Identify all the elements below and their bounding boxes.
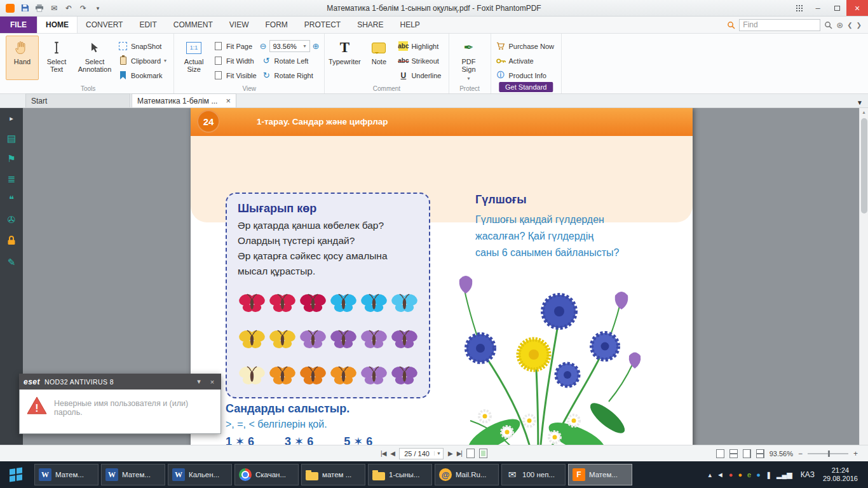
page-number-input[interactable] bbox=[400, 450, 434, 458]
document-tab[interactable]: Start bbox=[25, 93, 130, 107]
typewriter-button[interactable]: Typewriter bbox=[328, 36, 361, 80]
fit-width-button[interactable]: Fit Width bbox=[212, 55, 258, 67]
get-standard-button[interactable]: Get Standard bbox=[499, 82, 553, 92]
vertical-scrollbar[interactable] bbox=[859, 108, 868, 445]
zoom-dropdown[interactable]: 93.56% ▾ bbox=[269, 40, 310, 52]
language-indicator[interactable]: КАЗ bbox=[801, 470, 815, 479]
ribbon-tab[interactable]: FILE bbox=[0, 17, 37, 33]
clipboard-button[interactable]: Clipboard ▾ bbox=[116, 55, 168, 67]
tab-list-dropdown-icon[interactable]: ▼ bbox=[851, 99, 868, 107]
clock[interactable]: 21:24 29.08.2016 bbox=[823, 466, 863, 483]
last-page-icon[interactable] bbox=[457, 450, 462, 457]
close-button[interactable]: × bbox=[846, 0, 868, 16]
actual-size-button[interactable]: Actual Size bbox=[177, 36, 210, 80]
page-dropdown-icon[interactable]: ▼ bbox=[434, 451, 443, 456]
ribbon-tab[interactable]: CONVERT bbox=[78, 17, 131, 33]
select-annotation-button[interactable]: Select Annotation bbox=[74, 36, 115, 80]
note-button[interactable]: Note bbox=[362, 36, 395, 80]
ribbon-tab[interactable]: FORM bbox=[257, 17, 295, 33]
ribbon-tab[interactable]: VIEW bbox=[221, 17, 257, 33]
settings-gear-icon[interactable] bbox=[836, 20, 843, 30]
ribbon-tab[interactable]: SHARE bbox=[349, 17, 391, 33]
ribbon-tab[interactable]: PROTECT bbox=[296, 17, 349, 33]
expand-panel-icon[interactable]: ▸ bbox=[4, 113, 18, 123]
popup-minimize-icon[interactable]: ▾ bbox=[194, 377, 203, 386]
taskbar-item[interactable]: 1-сыны... bbox=[368, 464, 432, 485]
maximize-button[interactable] bbox=[827, 0, 846, 16]
zoom-in-button[interactable]: + bbox=[853, 449, 858, 458]
previous-page-icon[interactable] bbox=[390, 450, 395, 457]
taskbar-item[interactable]: @ Mail.Ru... bbox=[435, 464, 499, 485]
search-button[interactable] bbox=[824, 21, 832, 29]
redo-icon[interactable] bbox=[77, 2, 90, 15]
taskbar-item[interactable]: F Матем... bbox=[568, 464, 632, 485]
rotate-left-button[interactable]: Rotate Left bbox=[260, 55, 320, 67]
zoom-slider[interactable] bbox=[808, 453, 848, 454]
strikeout-button[interactable]: Strikeout bbox=[397, 55, 443, 67]
customize-toolbar-icon[interactable] bbox=[92, 2, 104, 15]
security-icon[interactable] bbox=[4, 235, 18, 247]
previous-result-icon[interactable] bbox=[847, 22, 852, 29]
first-page-icon[interactable] bbox=[381, 450, 386, 457]
attachments-icon[interactable]: ✇ bbox=[4, 215, 18, 225]
hand-tool-button[interactable]: Hand bbox=[6, 36, 39, 80]
comments-icon[interactable]: ❝ bbox=[4, 194, 18, 205]
ribbon-tab[interactable]: EDIT bbox=[131, 17, 165, 33]
ribbon-tab[interactable]: HELP bbox=[391, 17, 428, 33]
signature-icon[interactable]: ✎ bbox=[4, 257, 18, 268]
continuous-layout-icon[interactable] bbox=[729, 449, 738, 458]
antivirus-icon[interactable]: e bbox=[747, 471, 751, 478]
layers-icon[interactable]: ≣ bbox=[4, 174, 18, 184]
fit-page-button[interactable]: Fit Page bbox=[212, 40, 258, 52]
scrollbar-thumb[interactable] bbox=[861, 118, 867, 214]
fit-view-icon[interactable] bbox=[479, 449, 487, 458]
update-icon[interactable]: ● bbox=[738, 471, 742, 478]
ribbon-tab[interactable]: HOME bbox=[37, 17, 78, 33]
find-input[interactable] bbox=[739, 19, 820, 31]
underline-button[interactable]: Underline bbox=[397, 69, 443, 81]
popup-close-icon[interactable]: × bbox=[208, 378, 217, 386]
email-icon[interactable] bbox=[48, 2, 60, 15]
zoom-in-icon[interactable] bbox=[313, 41, 320, 51]
power-icon[interactable]: ❚ bbox=[766, 471, 771, 478]
print-icon[interactable] bbox=[33, 2, 46, 15]
undo-icon[interactable] bbox=[62, 2, 75, 15]
taskbar-item[interactable]: Скачан... bbox=[234, 464, 299, 485]
select-text-button[interactable]: Select Text bbox=[40, 36, 73, 80]
activate-button[interactable]: Activate bbox=[494, 55, 557, 67]
facing-layout-icon[interactable] bbox=[743, 449, 751, 458]
taskbar-item[interactable]: ✉ 100 неп... bbox=[501, 464, 566, 485]
taskbar-item[interactable]: W Матем... bbox=[101, 464, 165, 485]
pdf-sign-button[interactable]: PDF Sign ▾ bbox=[452, 36, 485, 83]
snapshot-button[interactable]: SnapShot bbox=[116, 40, 168, 52]
highlight-button[interactable]: Highlight bbox=[397, 40, 443, 52]
next-result-icon[interactable] bbox=[857, 22, 862, 29]
next-page-icon[interactable] bbox=[448, 450, 452, 457]
fit-visible-button[interactable]: Fit Visible bbox=[212, 69, 258, 81]
hidden-icons-arrow[interactable]: ▴ bbox=[708, 471, 712, 478]
ui-layout-icon[interactable] bbox=[789, 0, 808, 16]
scroll-up-icon[interactable] bbox=[860, 108, 868, 117]
volume-icon[interactable]: ◄ bbox=[717, 471, 724, 478]
rotate-right-button[interactable]: Rotate Right bbox=[260, 69, 320, 81]
single-page-view-icon[interactable] bbox=[466, 449, 475, 458]
warning-icon[interactable]: ● bbox=[729, 471, 733, 478]
purchase-now-button[interactable]: Purchase Now bbox=[494, 40, 557, 52]
single-page-layout-icon[interactable] bbox=[716, 449, 724, 458]
bookmarks-icon[interactable]: ⚑ bbox=[4, 154, 18, 164]
product-info-button[interactable]: Product Info bbox=[494, 69, 557, 81]
zoom-out-button[interactable]: − bbox=[798, 449, 803, 458]
taskbar-item[interactable]: W Кальен... bbox=[168, 464, 232, 485]
antivirus-popup-header[interactable]: eset NOD32 ANTIVIRUS 8 ▾ × bbox=[19, 374, 221, 390]
minimize-button[interactable]: – bbox=[808, 0, 827, 16]
thumbnails-icon[interactable]: ▤ bbox=[4, 133, 18, 144]
close-tab-icon[interactable]: × bbox=[226, 96, 231, 105]
document-tab[interactable]: Математика 1-бөлім ... × bbox=[132, 93, 236, 107]
continuous-facing-layout-icon[interactable] bbox=[756, 449, 764, 458]
taskbar-item[interactable]: W Матем... bbox=[34, 464, 98, 485]
zoom-out-icon[interactable] bbox=[260, 41, 267, 51]
start-button[interactable] bbox=[0, 461, 32, 488]
bluetooth-icon[interactable]: ● bbox=[756, 471, 761, 478]
save-icon[interactable] bbox=[18, 2, 31, 15]
taskbar-item[interactable]: матем ... bbox=[301, 464, 365, 485]
